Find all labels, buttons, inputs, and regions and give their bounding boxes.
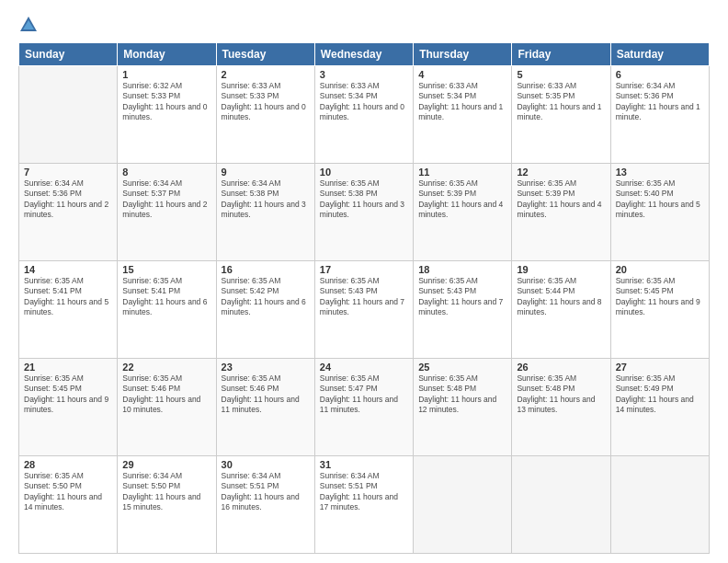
day-number: 26 xyxy=(517,362,605,373)
calendar-cell: 31Sunrise: 6:34 AMSunset: 5:51 PMDayligh… xyxy=(314,456,413,554)
calendar-cell: 2Sunrise: 6:33 AMSunset: 5:33 PMDaylight… xyxy=(216,66,314,164)
calendar-cell: 13Sunrise: 6:35 AMSunset: 5:40 PMDayligh… xyxy=(610,164,709,261)
day-number: 12 xyxy=(517,167,605,178)
day-detail: Sunrise: 6:34 AMSunset: 5:36 PMDaylight:… xyxy=(24,178,112,221)
page: SundayMondayTuesdayWednesdayThursdayFrid… xyxy=(0,0,728,563)
day-detail: Sunrise: 6:34 AMSunset: 5:38 PMDaylight:… xyxy=(222,178,310,221)
week-row: 14Sunrise: 6:35 AMSunset: 5:41 PMDayligh… xyxy=(19,261,710,359)
day-number: 27 xyxy=(616,362,704,373)
calendar-cell: 26Sunrise: 6:35 AMSunset: 5:48 PMDayligh… xyxy=(512,359,610,456)
calendar-cell: 19Sunrise: 6:35 AMSunset: 5:44 PMDayligh… xyxy=(512,261,610,359)
calendar-table: SundayMondayTuesdayWednesdayThursdayFrid… xyxy=(18,42,710,554)
calendar-cell: 22Sunrise: 6:35 AMSunset: 5:46 PMDayligh… xyxy=(118,359,216,456)
logo-icon xyxy=(18,15,39,35)
header-day: Saturday xyxy=(610,43,709,66)
day-detail: Sunrise: 6:32 AMSunset: 5:33 PMDaylight:… xyxy=(122,81,210,123)
calendar-cell: 9Sunrise: 6:34 AMSunset: 5:38 PMDaylight… xyxy=(216,164,314,261)
header-row: SundayMondayTuesdayWednesdayThursdayFrid… xyxy=(19,43,710,66)
day-number: 21 xyxy=(24,362,112,373)
calendar-cell: 17Sunrise: 6:35 AMSunset: 5:43 PMDayligh… xyxy=(314,261,413,359)
calendar-cell: 18Sunrise: 6:35 AMSunset: 5:43 PMDayligh… xyxy=(414,261,512,359)
calendar-cell: 30Sunrise: 6:34 AMSunset: 5:51 PMDayligh… xyxy=(216,456,314,554)
day-detail: Sunrise: 6:33 AMSunset: 5:35 PMDaylight:… xyxy=(517,81,605,123)
day-detail: Sunrise: 6:33 AMSunset: 5:34 PMDaylight:… xyxy=(418,81,506,123)
day-number: 17 xyxy=(320,264,408,275)
calendar-cell: 20Sunrise: 6:35 AMSunset: 5:45 PMDayligh… xyxy=(610,261,709,359)
calendar-cell: 23Sunrise: 6:35 AMSunset: 5:46 PMDayligh… xyxy=(216,359,314,456)
day-detail: Sunrise: 6:35 AMSunset: 5:45 PMDaylight:… xyxy=(616,276,704,318)
day-detail: Sunrise: 6:35 AMSunset: 5:43 PMDaylight:… xyxy=(320,276,408,318)
calendar-cell: 12Sunrise: 6:35 AMSunset: 5:39 PMDayligh… xyxy=(512,164,610,261)
day-detail: Sunrise: 6:34 AMSunset: 5:37 PMDaylight:… xyxy=(122,178,210,221)
week-row: 7Sunrise: 6:34 AMSunset: 5:36 PMDaylight… xyxy=(19,164,710,261)
calendar-cell: 5Sunrise: 6:33 AMSunset: 5:35 PMDaylight… xyxy=(512,66,610,164)
day-number: 30 xyxy=(222,459,310,470)
day-number: 1 xyxy=(122,69,210,80)
day-number: 9 xyxy=(222,167,310,178)
day-number: 25 xyxy=(418,362,506,373)
day-number: 3 xyxy=(320,69,408,80)
day-number: 31 xyxy=(320,459,408,470)
day-number: 20 xyxy=(616,264,704,275)
day-number: 13 xyxy=(616,167,704,178)
day-number: 24 xyxy=(320,362,408,373)
calendar-cell: 29Sunrise: 6:34 AMSunset: 5:50 PMDayligh… xyxy=(118,456,216,554)
calendar-cell: 27Sunrise: 6:35 AMSunset: 5:49 PMDayligh… xyxy=(610,359,709,456)
day-detail: Sunrise: 6:33 AMSunset: 5:34 PMDaylight:… xyxy=(320,81,408,123)
calendar-cell: 24Sunrise: 6:35 AMSunset: 5:47 PMDayligh… xyxy=(314,359,413,456)
day-detail: Sunrise: 6:35 AMSunset: 5:46 PMDaylight:… xyxy=(122,373,210,416)
day-detail: Sunrise: 6:35 AMSunset: 5:50 PMDaylight:… xyxy=(24,471,112,513)
day-detail: Sunrise: 6:35 AMSunset: 5:49 PMDaylight:… xyxy=(616,373,704,416)
day-detail: Sunrise: 6:35 AMSunset: 5:40 PMDaylight:… xyxy=(616,178,704,221)
day-detail: Sunrise: 6:35 AMSunset: 5:47 PMDaylight:… xyxy=(320,373,408,416)
calendar-cell: 21Sunrise: 6:35 AMSunset: 5:45 PMDayligh… xyxy=(19,359,118,456)
calendar-cell: 10Sunrise: 6:35 AMSunset: 5:38 PMDayligh… xyxy=(314,164,413,261)
day-detail: Sunrise: 6:35 AMSunset: 5:38 PMDaylight:… xyxy=(320,178,408,221)
calendar-cell: 8Sunrise: 6:34 AMSunset: 5:37 PMDaylight… xyxy=(118,164,216,261)
day-detail: Sunrise: 6:35 AMSunset: 5:48 PMDaylight:… xyxy=(418,373,506,416)
calendar-cell: 4Sunrise: 6:33 AMSunset: 5:34 PMDaylight… xyxy=(414,66,512,164)
day-number: 8 xyxy=(122,167,210,178)
calendar-cell xyxy=(610,456,709,554)
day-number: 5 xyxy=(517,69,605,80)
calendar-cell xyxy=(19,66,118,164)
calendar-cell: 14Sunrise: 6:35 AMSunset: 5:41 PMDayligh… xyxy=(19,261,118,359)
day-number: 7 xyxy=(24,167,112,178)
calendar-cell: 6Sunrise: 6:34 AMSunset: 5:36 PMDaylight… xyxy=(610,66,709,164)
day-number: 11 xyxy=(418,167,506,178)
week-row: 28Sunrise: 6:35 AMSunset: 5:50 PMDayligh… xyxy=(19,456,710,554)
day-number: 2 xyxy=(222,69,310,80)
day-number: 6 xyxy=(616,69,704,80)
day-number: 29 xyxy=(122,459,210,470)
logo xyxy=(18,15,42,35)
week-row: 21Sunrise: 6:35 AMSunset: 5:45 PMDayligh… xyxy=(19,359,710,456)
header-day: Friday xyxy=(512,43,610,66)
header-day: Tuesday xyxy=(216,43,314,66)
day-number: 14 xyxy=(24,264,112,275)
day-number: 22 xyxy=(122,362,210,373)
header-day: Wednesday xyxy=(314,43,413,66)
header-day: Sunday xyxy=(19,43,118,66)
day-detail: Sunrise: 6:35 AMSunset: 5:48 PMDaylight:… xyxy=(517,373,605,416)
calendar-cell: 1Sunrise: 6:32 AMSunset: 5:33 PMDaylight… xyxy=(118,66,216,164)
day-number: 19 xyxy=(517,264,605,275)
header xyxy=(18,15,710,35)
day-detail: Sunrise: 6:34 AMSunset: 5:50 PMDaylight:… xyxy=(122,471,210,513)
calendar-cell: 16Sunrise: 6:35 AMSunset: 5:42 PMDayligh… xyxy=(216,261,314,359)
week-row: 1Sunrise: 6:32 AMSunset: 5:33 PMDaylight… xyxy=(19,66,710,164)
day-detail: Sunrise: 6:35 AMSunset: 5:39 PMDaylight:… xyxy=(418,178,506,221)
header-day: Thursday xyxy=(414,43,512,66)
day-detail: Sunrise: 6:34 AMSunset: 5:51 PMDaylight:… xyxy=(320,471,408,513)
day-detail: Sunrise: 6:34 AMSunset: 5:36 PMDaylight:… xyxy=(616,81,704,123)
day-detail: Sunrise: 6:35 AMSunset: 5:46 PMDaylight:… xyxy=(222,373,310,416)
day-number: 16 xyxy=(222,264,310,275)
day-detail: Sunrise: 6:35 AMSunset: 5:41 PMDaylight:… xyxy=(122,276,210,318)
day-detail: Sunrise: 6:35 AMSunset: 5:42 PMDaylight:… xyxy=(222,276,310,318)
day-number: 15 xyxy=(122,264,210,275)
day-number: 28 xyxy=(24,459,112,470)
calendar-cell xyxy=(414,456,512,554)
calendar-cell: 7Sunrise: 6:34 AMSunset: 5:36 PMDaylight… xyxy=(19,164,118,261)
day-number: 23 xyxy=(222,362,310,373)
calendar-cell xyxy=(512,456,610,554)
day-detail: Sunrise: 6:35 AMSunset: 5:43 PMDaylight:… xyxy=(418,276,506,318)
